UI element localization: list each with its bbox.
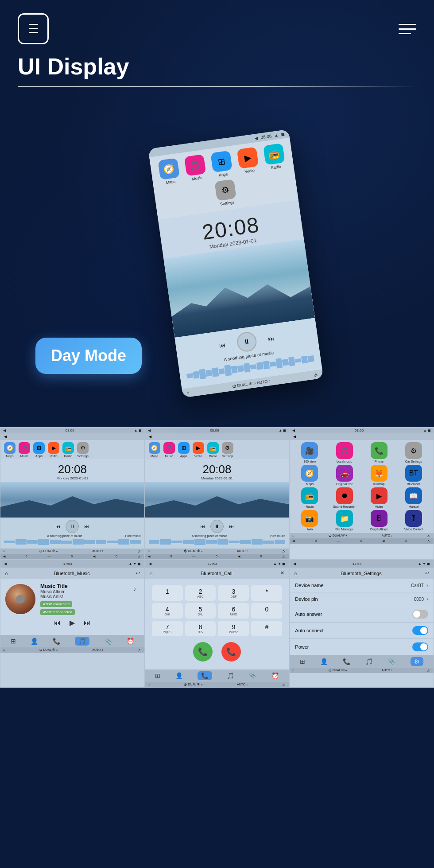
app-vedio[interactable]: ▶ Vedio — [235, 147, 261, 175]
dial-hash[interactable]: # — [251, 621, 282, 636]
app-music[interactable]: 🎵 Music — [182, 154, 209, 182]
bt-settings-nav-person-icon[interactable]: 👤 — [320, 658, 328, 665]
dial-star[interactable]: * — [251, 585, 282, 601]
bt-nav-clip-icon[interactable]: 📎 — [105, 638, 112, 645]
dial-1[interactable]: 1 — [152, 585, 183, 601]
dial-0[interactable]: 0- — [251, 603, 282, 619]
app-manual[interactable]: 📖 Manual — [397, 487, 430, 508]
phone1-player: ⏮ ⏸ ⏭ A soothing piece of music Pure mus… — [0, 518, 144, 549]
app-kuwoop[interactable]: 🦊 Kuwoop — [363, 465, 395, 486]
app-maps[interactable]: 🧭 Maps — [156, 158, 182, 186]
bt-nav-music-icon[interactable]: 🎵 — [75, 637, 89, 646]
bt-settings-nav-music-icon[interactable]: 🎵 — [365, 658, 373, 665]
app-maps2[interactable]: 🧭 Maps — [293, 465, 326, 486]
decline-call-button[interactable]: 📞 — [221, 642, 241, 662]
bt-settings-card: ◀ 17:53 ▲ ▼ ◼ ⌂ Bluetooth_Settings ↩ Dev… — [289, 560, 434, 688]
bt-call-nav-grid-icon[interactable]: ⊞ — [155, 672, 160, 679]
bt-settings-nav-grid-icon[interactable]: ⊞ — [300, 658, 305, 665]
app-localmusic[interactable]: 🎵 Localmusic — [328, 442, 360, 463]
dial-4[interactable]: 4GHI — [152, 603, 183, 619]
phone1-bottom: ⌂⏻ DUAL ❄ ↺AUTO ↕🔊 — [0, 549, 144, 554]
next-button[interactable]: ⏭ — [264, 331, 279, 346]
app-360view[interactable]: 🎥 360 view — [293, 442, 326, 463]
bt-call-nav-music-icon[interactable]: 🎵 — [227, 672, 234, 679]
play-pause-button[interactable]: ⏸ — [236, 331, 258, 353]
bt-prev-button[interactable]: ⏮ — [54, 619, 61, 627]
bt-call-close-icon[interactable]: ✕ — [280, 570, 284, 576]
album-art — [5, 584, 35, 614]
header-divider — [18, 86, 416, 87]
bt-call-nav-clock-icon[interactable]: ⏰ — [271, 672, 279, 679]
setting-row-device-name: Device name CarBT › — [290, 579, 434, 592]
phone2-next[interactable]: ⏭ — [229, 524, 234, 529]
bt-settings-nav-phone-icon[interactable]: 📞 — [343, 658, 350, 665]
bt-player-controls: ⏮ ▶ ⏭ — [5, 615, 140, 631]
album-art-container — [5, 584, 36, 615]
phone1-play[interactable]: ⏸ — [66, 520, 79, 533]
bt-nav-phone-icon[interactable]: 📞 — [53, 638, 60, 645]
device-name-chevron[interactable]: › — [426, 582, 428, 588]
phone2-prev[interactable]: ⏮ — [200, 524, 205, 529]
bt-settings-nav-settings-icon[interactable]: ⚙ — [411, 657, 423, 666]
app-radio[interactable]: 📻 Radio — [261, 143, 287, 171]
bt-settings-body: Device name CarBT › Device pin 0000 › Au… — [290, 579, 434, 655]
bt-call-title: ⌂ Bluetooth_Call ✕ — [145, 568, 289, 579]
auto-connect-toggle[interactable] — [412, 626, 428, 635]
power-toggle[interactable] — [412, 642, 428, 651]
logo-icon: ☰ — [18, 13, 49, 44]
app-phone[interactable]: 📞 Phone — [363, 442, 395, 463]
prev-button[interactable]: ⏮ — [215, 338, 229, 352]
hamburger-menu-icon[interactable] — [399, 24, 416, 34]
phone3-bottom2: ◀0—0◀0🔊 — [290, 538, 434, 544]
dial-5[interactable]: 5JKL — [185, 603, 216, 619]
phone1-prev[interactable]: ⏮ — [55, 524, 60, 529]
bt-call-nav-person-icon[interactable]: 👤 — [175, 672, 183, 679]
app-sound-recorder[interactable]: ⏺ Sound Recorder — [328, 487, 360, 508]
app-disp-settings[interactable]: 🎚 DispSettings — [363, 510, 395, 531]
bt-music-back-icon[interactable]: ↩ — [136, 570, 140, 576]
dial-7[interactable]: 7PQRS — [152, 621, 183, 636]
app-radio2[interactable]: 📻 Radio — [293, 487, 326, 508]
app-apps[interactable]: ⊞ Apps — [209, 150, 235, 179]
phone2-play[interactable]: ⏸ — [210, 520, 224, 533]
bt-music-album: Music Title Music Album Music Artist A2D… — [5, 583, 140, 615]
day-mode-badge: Day Mode — [35, 338, 142, 374]
dial-6[interactable]: 6MNO — [218, 603, 249, 619]
dial-9[interactable]: 9WXYZ — [218, 621, 249, 636]
app-voice-control[interactable]: 🎙 Voice Control — [397, 510, 430, 531]
bt-call-nav-phone-icon[interactable]: 📞 — [198, 671, 212, 680]
setting-row-device-pin: Device pin 0000 › — [290, 592, 434, 606]
app-original-car[interactable]: 🚗 Original Car — [328, 465, 360, 486]
bt-call-header: ◀ 17:53 ▲ ▼ ◼ — [145, 560, 289, 568]
bt-music-header: ◀ 17:53 ▲ ▼ ◼ — [0, 560, 144, 568]
main-phone-mockup: ◀ 08:06 ▲◼ 🧭 Maps 🎵 Music ⊞ Apps ▶ — [148, 129, 323, 398]
app-car-settings[interactable]: ⚙ Car Settings — [397, 442, 430, 463]
bt-next-button[interactable]: ⏭ — [84, 619, 91, 627]
dial-8[interactable]: 8TUV — [185, 621, 216, 636]
app-avin[interactable]: 📷 Avin — [293, 510, 326, 531]
device-pin-chevron[interactable]: › — [426, 596, 428, 602]
dial-2[interactable]: 2ABC — [185, 585, 216, 601]
bt-nav-person-icon[interactable]: 👤 — [31, 638, 38, 645]
bt-music-status-bottom: ⌂⏻ DUAL ❄ ↺AUTO ↕🔊 — [0, 647, 144, 653]
phone2-nav: ◀ — [145, 433, 289, 440]
dial-3[interactable]: 3DEF — [218, 585, 249, 601]
bt-settings-nav-clip-icon[interactable]: 📎 — [388, 658, 395, 665]
answer-call-button[interactable]: 📞 — [193, 642, 213, 662]
bt-call-nav-clip-icon[interactable]: 📎 — [249, 672, 256, 679]
bt-settings-back-icon[interactable]: ↩ — [425, 570, 429, 576]
app-bt[interactable]: BT Bluetooth — [397, 465, 430, 486]
app-video[interactable]: ▶ Video — [363, 487, 395, 508]
setting-row-auto-connect: Auto connect — [290, 623, 434, 639]
bt-nav-clock-icon[interactable]: ⏰ — [127, 638, 134, 645]
app-file-manager[interactable]: 📁 File Manager — [328, 510, 360, 531]
phone3-status: ◀ 08:06 ▲ ◼ — [290, 428, 434, 433]
bt-play-button[interactable]: ▶ — [70, 619, 75, 627]
bt-settings-nav: ⊞ 👤 📞 🎵 📎 ⚙ — [290, 655, 434, 668]
auto-answer-toggle[interactable] — [412, 610, 428, 619]
phone1-next[interactable]: ⏭ — [84, 524, 89, 529]
bt-nav-grid-icon[interactable]: ⊞ — [11, 638, 16, 645]
avrcp-badge: AVRCP connected — [40, 609, 75, 615]
call-action-buttons: 📞 📞 — [150, 638, 285, 665]
app-settings[interactable]: ⚙ Settings — [213, 179, 239, 207]
